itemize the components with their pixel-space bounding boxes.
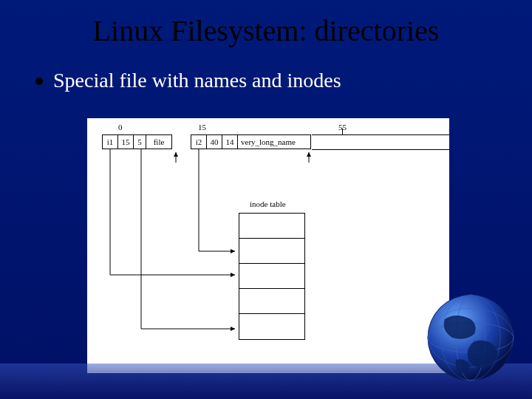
record-top-rule xyxy=(312,134,449,135)
entry1-reclen: 15 xyxy=(117,134,134,149)
diagram-container: 0 15 55 i1 15 5 file i2 40 14 very_long_… xyxy=(87,118,449,373)
entry2-inode: i2 xyxy=(191,134,207,149)
globe-icon xyxy=(423,290,519,386)
inode-row xyxy=(239,239,304,264)
svg-point-2 xyxy=(428,295,514,381)
offset-label-15: 15 xyxy=(198,123,206,132)
inode-table xyxy=(239,213,305,340)
entry1-name: file xyxy=(146,134,172,149)
bullet-icon xyxy=(35,78,43,85)
inode-row xyxy=(239,314,304,339)
entry2-name: very_long_name xyxy=(237,134,311,149)
inode-row xyxy=(239,214,304,239)
slide-title: Linux Filesystem: directories xyxy=(0,0,532,48)
entry2-namelen: 14 xyxy=(222,134,238,149)
directory-inode-diagram: 0 15 55 i1 15 5 file i2 40 14 very_long_… xyxy=(87,118,449,373)
tick-55 xyxy=(342,129,343,134)
dir-entry-1: i1 15 5 file xyxy=(102,134,171,149)
inode-row xyxy=(239,289,304,314)
dir-entry-2: i2 40 14 very_long_name xyxy=(191,134,310,149)
inode-table-label: inode table xyxy=(250,200,286,208)
entry1-inode: i1 xyxy=(102,134,118,149)
bullet-text: Special file with names and inodes xyxy=(53,69,341,92)
entry1-namelen: 5 xyxy=(133,134,146,149)
bullet-item: Special file with names and inodes xyxy=(35,69,532,92)
record-bottom-rule xyxy=(312,149,449,150)
inode-row xyxy=(239,264,304,289)
offset-label-0: 0 xyxy=(118,123,123,132)
entry2-reclen: 40 xyxy=(206,134,222,149)
